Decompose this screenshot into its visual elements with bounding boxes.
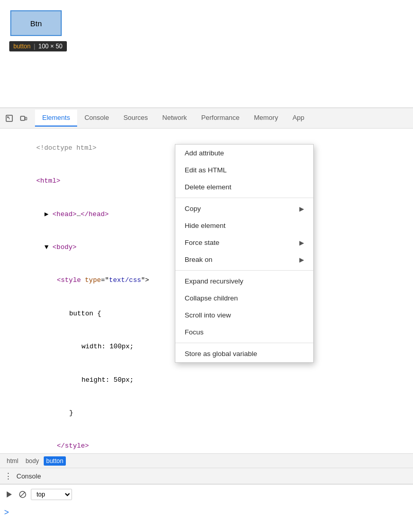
menu-separator-2: [175, 270, 313, 271]
menu-separator-3: [175, 343, 313, 343]
menu-separator: [175, 198, 313, 198]
tooltip-separator: |: [33, 43, 35, 50]
menu-item-copy[interactable]: Copy ▶: [175, 200, 313, 217]
menu-item-expand-recursively[interactable]: Expand recursively: [175, 273, 313, 290]
tab-sources[interactable]: Sources: [116, 110, 155, 127]
menu-item-store-global[interactable]: Store as global variable: [175, 345, 313, 362]
preview-area: Btn button | 100 × 50: [0, 0, 413, 108]
console-dots-icon[interactable]: ⋮: [4, 471, 12, 481]
preview-button[interactable]: Btn: [10, 10, 62, 36]
tab-memory[interactable]: Memory: [247, 110, 285, 127]
breadcrumb-html[interactable]: html: [4, 456, 21, 466]
tab-performance[interactable]: Performance: [194, 110, 246, 127]
menu-item-force-state[interactable]: Force state ▶: [175, 234, 313, 251]
device-icon[interactable]: [19, 113, 29, 123]
break-on-arrow-icon: ▶: [299, 256, 304, 263]
cursor-icon[interactable]: [4, 113, 14, 123]
tabs-bar: Elements Console Sources Network Perform…: [0, 108, 413, 129]
menu-item-collapse-children[interactable]: Collapse children: [175, 290, 313, 307]
breadcrumb-bar: html body button: [0, 453, 413, 468]
tooltip-tag: button: [13, 43, 30, 50]
svg-rect-1: [21, 116, 25, 120]
breadcrumb-body[interactable]: body: [23, 456, 42, 466]
play-icon[interactable]: [4, 489, 14, 500]
tab-icons: [4, 113, 29, 123]
console-chevron-icon: >: [4, 508, 9, 517]
console-input-bar: top window: [0, 484, 413, 504]
tab-console[interactable]: Console: [77, 110, 116, 127]
tab-elements[interactable]: Elements: [35, 110, 77, 127]
console-input-icons: top window: [4, 489, 72, 500]
breadcrumb-button[interactable]: button: [44, 456, 66, 466]
element-tooltip: button | 100 × 50: [9, 41, 67, 51]
menu-item-scroll-into-view[interactable]: Scroll into view: [175, 307, 313, 324]
tree-line[interactable]: }: [0, 397, 413, 430]
tab-network[interactable]: Network: [155, 110, 194, 127]
svg-rect-2: [25, 117, 27, 120]
copy-arrow-icon: ▶: [299, 205, 304, 212]
console-label: Console: [16, 472, 41, 480]
tab-app[interactable]: App: [285, 110, 312, 127]
console-prompt-area: >: [0, 504, 413, 532]
tree-line[interactable]: </style>: [0, 430, 413, 453]
menu-item-edit-as-html[interactable]: Edit as HTML: [175, 162, 313, 179]
menu-item-focus[interactable]: Focus: [175, 324, 313, 341]
console-bar: ⋮ Console: [0, 468, 413, 484]
context-menu: Add attribute Edit as HTML Delete elemen…: [175, 144, 314, 363]
menu-item-delete-element[interactable]: Delete element: [175, 179, 313, 196]
context-select[interactable]: top window: [31, 489, 72, 500]
svg-line-5: [21, 492, 25, 496]
menu-item-break-on[interactable]: Break on ▶: [175, 251, 313, 268]
svg-marker-3: [7, 491, 12, 498]
tree-line[interactable]: height: 50px;: [0, 364, 413, 397]
force-state-arrow-icon: ▶: [299, 239, 304, 246]
menu-item-hide-element[interactable]: Hide element: [175, 217, 313, 234]
block-icon[interactable]: [17, 489, 28, 500]
menu-item-add-attribute[interactable]: Add attribute: [175, 145, 313, 162]
tooltip-dimensions: 100 × 50: [39, 43, 63, 50]
